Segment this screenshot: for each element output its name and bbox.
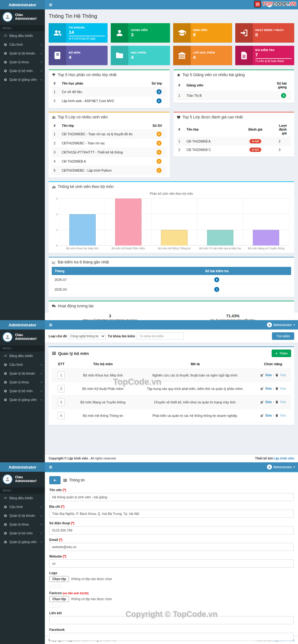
stat-tiles: TÀI KHOẢN14⊕ 0 mới trong 30 ngàyGIẢNG VI… (49, 23, 294, 65)
sidebar-item-6[interactable]: Quản lý giảng viên‹ (0, 395, 45, 404)
chevron-left-icon: ‹ (41, 363, 42, 366)
sidebar-item-5[interactable]: Quản lý bộ môn‹ (0, 66, 45, 75)
site-name-label: Tên site (*) (49, 488, 294, 492)
sidebar-item-2[interactable]: Cấu hình‹ (0, 502, 45, 511)
email-input[interactable] (49, 543, 294, 551)
site-name-input[interactable] (49, 493, 294, 501)
sidebar-greeting: Chào Administrator! (15, 475, 42, 483)
user-icon (111, 23, 128, 43)
chart-bar-2 (115, 199, 141, 246)
count-badge: 2 (157, 159, 162, 164)
stat-tile-1: TÀI KHOẢN14⊕ 0 mới trong 30 ngày (49, 23, 108, 43)
search-button[interactable]: Tìm kiếm (272, 332, 294, 340)
student-chart-panel: Thống kê sinh viên theo bộ môn Phân bố s… (49, 181, 294, 253)
website-label: Website (*) (49, 554, 294, 558)
sidebar-item-label: Cấu hình (9, 363, 23, 366)
topic-select[interactable]: Công nghệ thông tin (69, 333, 106, 340)
user-menu[interactable]: Administrator ▾ (264, 462, 298, 472)
tile-value: 4 (131, 55, 167, 60)
sidebar-toggle-button[interactable] (45, 462, 56, 472)
tests-table: ThángSố bài kiểm tra2025-0762025-041 (52, 267, 291, 294)
sidebar-item-1[interactable]: Bảng điều khiển (0, 351, 45, 360)
users-icon (49, 23, 66, 43)
website-input[interactable] (49, 559, 294, 568)
user-icon (115, 29, 124, 37)
tile-value: 0 (255, 32, 292, 37)
sidebar-item-1[interactable]: Bảng điều khiển (0, 494, 45, 502)
sidebar-item-2[interactable]: Cấu hình‹ (0, 360, 45, 369)
add-department-button[interactable]: Thêm (272, 350, 291, 357)
chevron-left-icon: ‹ (41, 398, 42, 402)
department-description: Nghiên cứu các lý thuyết, thuật toán và … (135, 369, 255, 382)
sidebar-item-5[interactable]: Quản lý bộ môn‹ (0, 529, 45, 538)
activity-panel: Hoạt động tương tác 3BÌNH LUẬN/TƯƠNG TÁC… (49, 301, 294, 320)
panel-title: Thống kê sinh viên theo bộ môn (58, 184, 114, 189)
logo-choose-file-button[interactable]: Chọn tệp (49, 576, 69, 582)
count-badge: 3 (157, 132, 162, 137)
row-number: 4 (58, 412, 65, 419)
count-badge: 6 (214, 277, 219, 282)
table-row: 2CĐ TH22WEB C★ 3.73 (177, 146, 291, 154)
brand-logo[interactable]: Administrator (0, 462, 45, 472)
dashboard-icon (4, 496, 7, 500)
sidebar-toggle-button[interactable] (45, 0, 56, 9)
plus-icon (275, 352, 278, 355)
chevron-left-icon: ‹ (41, 60, 42, 64)
sidebar-toggle-button[interactable] (45, 320, 56, 330)
keyword-label: Từ khóa tìm kiếm (108, 334, 135, 338)
edit-button[interactable]: Sửa (265, 413, 271, 417)
phone-input[interactable] (49, 526, 294, 534)
sidebar-item-4[interactable]: Quản lý khoa‹ (0, 378, 45, 387)
users-icon (53, 29, 62, 37)
sidebar-item-3[interactable]: Quản lý tài khoản‹ (0, 369, 45, 378)
delete-button[interactable]: Xóa (280, 413, 286, 417)
sidebar-item-6[interactable]: Quản lý giảng viên‹ (0, 75, 45, 84)
gears-icon (4, 363, 7, 366)
edit-button[interactable]: Sửa (265, 387, 271, 390)
table-row: 3Bộ môn Mạng và Truyền thôngChuyên về th… (52, 396, 291, 409)
sidebar-item-5[interactable]: Quản lý bộ môn‹ (0, 387, 45, 395)
sidebar-item-4[interactable]: Quản lý khoa‹ (0, 520, 45, 529)
sidebar-item-6[interactable]: Quản lý giảng viên‹ (0, 538, 45, 546)
back-button[interactable] (49, 476, 61, 484)
hamburger-icon (49, 3, 52, 7)
sidebar-user-panel: Chào Administrator! (0, 9, 45, 25)
links-input[interactable] (49, 616, 294, 624)
chevron-left-icon: ‹ (41, 514, 42, 517)
gears-icon (4, 514, 7, 517)
user-menu[interactable]: Administrator ▾ (264, 320, 298, 330)
folder-icon (115, 51, 124, 60)
sidebar-item-3[interactable]: Quản lý tài khoản‹ (0, 49, 45, 58)
favicon-choose-file-button[interactable]: Chọn tệp (49, 596, 69, 602)
menu-header: MENU (0, 25, 45, 31)
facebook-input[interactable] (49, 633, 294, 641)
delete-button[interactable]: Xóa (280, 400, 286, 404)
sidebar-item-label: Quản lý tài khoản (9, 371, 35, 375)
brand-logo[interactable]: Administrator (0, 0, 45, 9)
tile-label: TÀI KHOẢN (69, 26, 105, 29)
delete-button[interactable]: Xóa (280, 387, 286, 390)
sidebar-item-3[interactable]: Quản lý tài khoản‹ (0, 511, 45, 520)
top-lecturers-panel: Top 5 Giảng viên có nhiều bài giảng #Giả… (173, 70, 295, 103)
top-navbar: Administrator Administrator ▾ (0, 462, 298, 472)
sidebar-item-1[interactable]: Bảng điều khiển (0, 31, 45, 40)
stat-tile-3: SINH VIÊN9 (173, 23, 232, 43)
chart-bar-4 (207, 230, 233, 246)
brand-logo[interactable]: Administrator (0, 320, 45, 330)
logo-label: Logo (49, 571, 294, 575)
delete-button[interactable]: Xóa (280, 373, 286, 377)
departments-page: Administrator Administrator ▾ Chào Admin… (0, 320, 298, 462)
page-title: Thông Tin Hệ Thống (49, 13, 294, 19)
tile-label: HỌC PHẦN (131, 51, 167, 54)
tile-label: HOẠT ĐỘNG 7 NGÀY (255, 29, 292, 32)
edit-button[interactable]: Sửa (265, 400, 271, 404)
edit-button[interactable]: Sửa (265, 373, 271, 377)
keyword-input[interactable] (137, 333, 184, 340)
sidebar-item-2[interactable]: Cấu hình‹ (0, 40, 45, 49)
address-input[interactable] (49, 510, 294, 518)
sidebar-item-label: Quản lý khoa (9, 60, 29, 64)
table-row: 1CĐ TH22WEBC - Toán rời rạc và lý thuyết… (52, 130, 167, 139)
sidebar-item-4[interactable]: Quản lý khoa‹ (0, 58, 45, 66)
designer-link[interactable]: Lập trình viên (274, 457, 294, 460)
sidebar-item-label: Quản lý tài khoản (9, 514, 35, 517)
